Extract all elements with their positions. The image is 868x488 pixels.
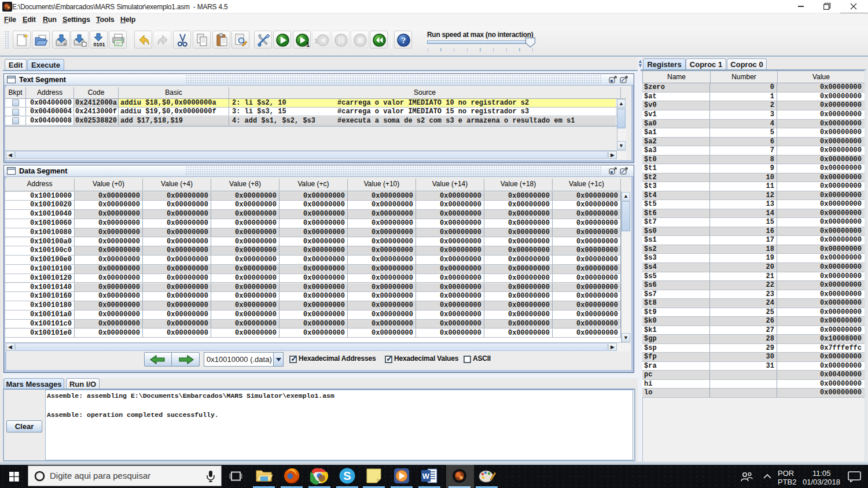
svg-text:W: W (422, 472, 430, 480)
svg-text:?: ? (402, 36, 406, 45)
svg-text:S: S (343, 469, 351, 482)
svg-text:0101: 0101 (93, 42, 105, 47)
svg-text:1: 1 (306, 41, 310, 47)
